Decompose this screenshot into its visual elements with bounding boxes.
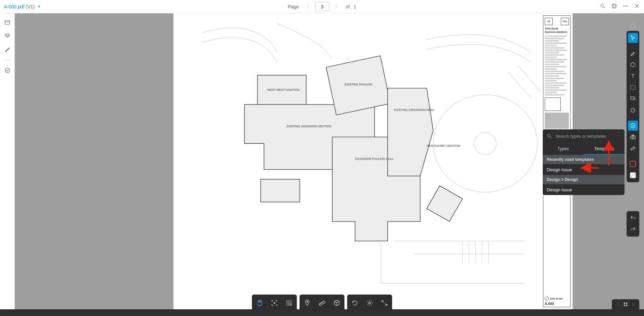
section-recent-templates: Recently used templates [543, 155, 625, 164]
pen-tool-icon[interactable] [628, 48, 638, 58]
svg-point-0 [601, 4, 604, 7]
svg-rect-9 [5, 20, 10, 24]
issue-circle-icon[interactable] [628, 121, 638, 131]
ruler-icon[interactable] [318, 299, 326, 307]
more-icon[interactable] [623, 3, 629, 10]
bottom-group-3 [347, 295, 392, 311]
tab-templates[interactable]: Templates [584, 143, 625, 155]
svg-point-39 [307, 301, 308, 303]
hand-icon[interactable] [256, 299, 263, 307]
layers-icon[interactable] [4, 33, 10, 39]
document-sheet[interactable]: WEST WEST ADDITION EXISTING DICKINSON SE… [173, 13, 573, 309]
pane-prev-icon[interactable]: 〈 [615, 302, 619, 308]
svg-marker-47 [631, 62, 635, 67]
check-circle-icon[interactable] [4, 67, 10, 73]
svg-line-41 [320, 303, 321, 304]
divider [4, 60, 11, 60]
file-name: A-000.pdf [4, 4, 24, 9]
page-label: Page [288, 4, 299, 9]
polygon-icon[interactable] [628, 105, 638, 115]
markup-tool-rail [627, 31, 639, 182]
page-next-button[interactable]: 〉 [333, 2, 342, 11]
page-of-label: of [346, 4, 350, 9]
sheet-number: A-000 [545, 302, 569, 306]
file-dropdown[interactable]: A-000.pdf (V1) ▼ [0, 4, 41, 9]
callout-icon[interactable] [628, 94, 638, 104]
logo-left: FM [545, 18, 553, 25]
svg-line-64 [550, 137, 551, 138]
page-navigator: Page 〈 〉 of 1 [288, 2, 356, 11]
svg-point-14 [474, 132, 496, 154]
file-version: (V1) [26, 4, 35, 9]
redo-icon[interactable] [628, 225, 638, 235]
cube-icon[interactable] [333, 299, 340, 307]
svg-point-44 [369, 302, 371, 304]
svg-rect-28 [261, 179, 300, 202]
pin-icon[interactable] [304, 299, 311, 307]
svg-rect-61 [624, 305, 625, 306]
svg-text:DICKINSON PAVILION HALL: DICKINSON PAVILION HALL [355, 157, 393, 161]
header-right-controls [600, 3, 640, 10]
text-icon[interactable] [628, 71, 638, 81]
tab-types[interactable]: Types [543, 143, 584, 155]
svg-line-16 [518, 65, 541, 91]
svg-marker-53 [631, 108, 635, 112]
focus-icon[interactable] [271, 299, 278, 307]
svg-line-42 [321, 303, 322, 303]
hexagon-icon[interactable] [628, 60, 638, 70]
undo-icon[interactable] [628, 213, 638, 223]
svg-rect-40 [319, 301, 325, 306]
cursor-icon[interactable] [628, 33, 638, 43]
close-icon[interactable] [634, 3, 640, 10]
svg-point-13 [433, 95, 538, 192]
measure-icon[interactable] [628, 143, 638, 153]
svg-rect-60 [626, 302, 627, 304]
svg-point-63 [548, 134, 550, 137]
top-header: A-000.pdf (V1) ▼ Page 〈 〉 of 1 [0, 0, 644, 13]
lasso-zoom-icon[interactable] [285, 299, 293, 307]
footer-strip [0, 309, 644, 316]
svg-rect-57 [632, 135, 634, 136]
svg-text:EXISTING PAVILION: EXISTING PAVILION [345, 83, 372, 86]
search-icon[interactable] [600, 3, 606, 10]
chevron-down-icon: ▼ [37, 5, 41, 8]
svg-marker-27 [427, 186, 463, 222]
svg-line-38 [290, 304, 291, 305]
left-rail [0, 13, 15, 316]
pane-control: 〈 〉 [612, 299, 639, 310]
popup-tabs: Types Templates [543, 143, 625, 155]
fill-color-swatch[interactable] [628, 170, 638, 180]
north-arrow-icon [545, 297, 549, 301]
svg-text:EXISTING EXPANSION WING: EXISTING EXPANSION WING [394, 108, 434, 112]
svg-rect-59 [624, 302, 625, 304]
undo-redo-rail [627, 211, 639, 237]
page-total: 1 [354, 4, 356, 9]
panel-icon[interactable] [4, 19, 10, 25]
pane-next-icon[interactable]: 〉 [632, 302, 636, 308]
key-plan-thumb [545, 98, 561, 111]
svg-point-4 [624, 6, 624, 6]
pane-grid-icon[interactable] [623, 302, 628, 308]
bottom-toolbars [252, 295, 392, 311]
camera-icon[interactable] [628, 132, 638, 142]
template-item-design-issue[interactable]: Design Issue [543, 184, 625, 195]
svg-point-54 [631, 123, 635, 128]
home-icon[interactable] [627, 21, 639, 29]
gear-icon[interactable] [366, 299, 373, 307]
template-search-input[interactable] [555, 134, 621, 139]
page-prev-button[interactable]: 〈 [303, 2, 311, 11]
svg-text:WEST WEST ADDITION: WEST WEST ADDITION [267, 88, 300, 91]
bottom-group-2 [300, 295, 344, 311]
site-plan-drawing: WEST WEST ADDITION EXISTING DICKINSON SE… [173, 13, 573, 309]
expand-icon[interactable] [381, 299, 388, 307]
stroke-color-swatch[interactable] [628, 159, 638, 169]
svg-line-15 [508, 72, 531, 98]
svg-point-56 [632, 136, 634, 138]
svg-point-37 [288, 302, 290, 304]
pen-icon[interactable] [4, 46, 10, 52]
page-number-input[interactable] [315, 2, 329, 11]
window-icon[interactable] [611, 3, 617, 10]
rotate-icon[interactable] [351, 299, 359, 307]
marquee-icon[interactable] [628, 82, 638, 92]
template-item-recent-design-issue[interactable]: Design Issue [543, 164, 625, 175]
